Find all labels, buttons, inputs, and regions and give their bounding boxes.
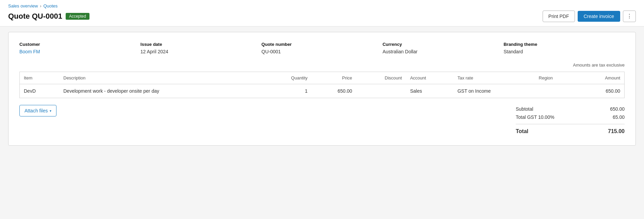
cell-quantity: 1	[263, 84, 312, 98]
gst-value: 65.00	[597, 114, 625, 120]
breadcrumb: Sales overview › Quotes	[8, 3, 636, 8]
col-price: Price	[312, 72, 356, 84]
issue-date-field: Issue date 12 April 2024	[141, 42, 262, 54]
subtotal-label: Subtotal	[516, 106, 533, 112]
totals-section: Subtotal 650.00 Total GST 10.00% 65.00 T…	[516, 105, 625, 136]
col-description: Description	[59, 72, 263, 84]
branding-value: Standard	[503, 49, 625, 54]
col-discount: Discount	[356, 72, 406, 84]
breadcrumb-parent[interactable]: Sales overview	[8, 3, 38, 8]
currency-value: Australian Dollar	[382, 49, 503, 54]
cell-discount	[356, 84, 406, 98]
cell-price: 650.00	[312, 84, 356, 98]
attach-files-chevron-icon: ▾	[50, 109, 51, 113]
col-amount: Amount	[578, 72, 624, 84]
attach-files-label: Attach files	[24, 108, 48, 113]
cell-region	[535, 84, 578, 98]
branding-label: Branding theme	[503, 42, 625, 47]
branding-field: Branding theme Standard	[503, 42, 625, 54]
quote-number-label: Quote number	[262, 42, 383, 47]
attach-files-button[interactable]: Attach files ▾	[19, 105, 56, 116]
breadcrumb-current[interactable]: Quotes	[43, 3, 57, 8]
print-pdf-button[interactable]: Print PDF	[543, 11, 575, 22]
col-region: Region	[535, 72, 578, 84]
customer-value[interactable]: Boom FM	[19, 49, 141, 54]
quote-card: Customer Boom FM Issue date 12 April 202…	[8, 32, 636, 146]
cell-account: Sales	[406, 84, 453, 98]
col-quantity: Quantity	[263, 72, 312, 84]
cell-description: Development work - developer onsite per …	[59, 84, 263, 98]
tax-note: Amounts are tax exclusive	[19, 62, 625, 68]
main-content: Customer Boom FM Issue date 12 April 202…	[0, 26, 644, 151]
currency-field: Currency Australian Dollar	[382, 42, 503, 54]
issue-date-value: 12 April 2024	[141, 49, 262, 54]
attach-files-container: Attach files ▾	[19, 105, 56, 116]
more-actions-button[interactable]: ⋮	[623, 11, 636, 22]
customer-label: Customer	[19, 42, 141, 47]
cell-amount: 650.00	[578, 84, 624, 98]
col-item: Item	[20, 72, 60, 84]
subtotal-row: Subtotal 650.00	[516, 105, 625, 113]
status-badge: Accepted	[66, 13, 89, 20]
issue-date-label: Issue date	[141, 42, 262, 47]
page-title: Quote QU-0001	[8, 12, 62, 21]
line-items-table: Item Description Quantity Price Discount…	[19, 72, 625, 98]
quote-number-field: Quote number QU-0001	[262, 42, 383, 54]
bottom-section: Attach files ▾ Subtotal 650.00 Total GST…	[19, 105, 625, 136]
gst-label: Total GST 10.00%	[516, 114, 554, 120]
cell-tax_rate: GST on Income	[453, 84, 535, 98]
currency-label: Currency	[382, 42, 503, 47]
subtotal-value: 650.00	[597, 106, 625, 112]
meta-row: Customer Boom FM Issue date 12 April 202…	[19, 42, 625, 54]
breadcrumb-separator: ›	[40, 4, 41, 8]
gst-row: Total GST 10.00% 65.00	[516, 113, 625, 121]
total-row: Total 715.00	[516, 124, 625, 136]
total-value: 715.00	[597, 128, 625, 134]
create-invoice-button[interactable]: Create invoice	[578, 11, 621, 22]
col-tax-rate: Tax rate	[453, 72, 535, 84]
header-actions: Print PDF Create invoice ⋮	[543, 11, 636, 22]
customer-field: Customer Boom FM	[19, 42, 141, 54]
table-row: DevDDevelopment work - developer onsite …	[20, 84, 625, 98]
quote-number-value: QU-0001	[262, 49, 383, 54]
cell-item: DevD	[20, 84, 60, 98]
table-header-row: Item Description Quantity Price Discount…	[20, 72, 625, 84]
total-label: Total	[516, 128, 528, 134]
col-account: Account	[406, 72, 453, 84]
